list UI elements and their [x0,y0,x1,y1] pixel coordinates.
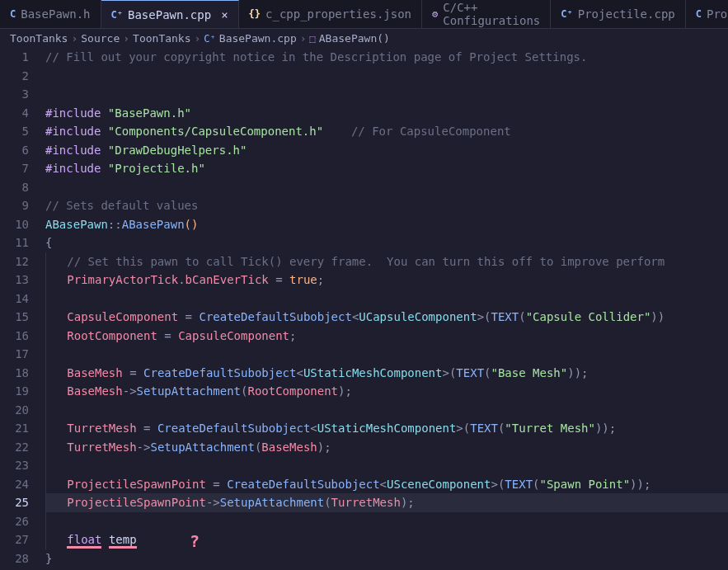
token-var: TurretMesh [67,440,136,454]
chevron-right-icon: › [123,32,129,45]
code-line[interactable]: ProjectileSpawnPoint->SetupAttachment(Tu… [45,493,728,512]
code-line[interactable] [45,67,728,86]
token-punct: >( [491,478,505,491]
tab-label: C/C++ Configurations [443,1,540,27]
token-func: CreateDefaultSubobject [199,310,351,323]
token-var: BaseMesh [67,384,122,398]
code-line[interactable] [45,345,728,364]
token-string: "Components/CapsuleComponent.h" [108,125,323,138]
code-line[interactable]: PrimaryActorTick.bCanEverTick = true; [45,271,728,290]
token-operator: = [206,478,227,491]
token-punct: } [45,552,52,565]
code-content[interactable]: ? // Fill out your copyright notice in t… [45,48,728,568]
code-line[interactable]: CapsuleComponent = CreateDefaultSubobjec… [45,308,728,327]
token-punct: < [380,478,387,491]
code-line[interactable] [45,512,728,531]
code-line[interactable]: TurretMesh->SetupAttachment(BaseMesh); [45,438,728,457]
code-line[interactable] [45,456,728,475]
tab-basepawnh[interactable]: CBasePawn.h [0,0,101,28]
line-number: 26 [0,512,29,531]
tab-projectile[interactable]: CProjectile. [686,0,728,28]
code-line[interactable]: TurretMesh = CreateDefaultSubobject<USta… [45,419,728,438]
token-punct: ); [317,440,331,454]
token-text [101,533,108,546]
token-string: "DrawDebugHelpers.h" [108,144,247,157]
line-number: 17 [0,345,29,364]
tab-projectilecpp[interactable]: C⁺Projectile.cpp [551,0,685,28]
code-line[interactable]: } [45,549,728,568]
indent-guide [45,530,46,549]
token-func: CreateDefaultSubobject [143,366,296,379]
breadcrumb-symbol[interactable]: ABasePawn() [319,32,390,45]
token-punct: ; [289,329,296,342]
tab-ccconfigurations[interactable]: ⚙C/C++ Configurations [422,0,551,28]
token-class-name: UStaticMeshComponent [303,366,443,379]
breadcrumb[interactable]: ToonTanks › Source › ToonTanks › C⁺ Base… [0,29,728,48]
token-string: "Spawn Point" [540,478,631,491]
code-editor[interactable]: 1234567891011121314151617181920212223242… [0,48,728,568]
token-var: BaseMesh [67,366,122,379]
code-line[interactable]: // Set this pawn to call Tick() every fr… [45,252,728,271]
token-operator: = [178,310,199,323]
breadcrumb-folder[interactable]: Source [81,32,120,45]
token-func: CreateDefaultSubobject [227,478,379,491]
code-line[interactable]: // Fill out your copyright notice in the… [45,48,728,67]
token-operator: = [137,422,157,435]
chevron-right-icon: › [300,32,307,45]
token-var: TurretMesh [67,422,136,435]
token-punct: ( [324,496,331,509]
line-number: 8 [0,178,29,197]
token-punct: < [310,422,317,435]
breadcrumb-folder[interactable]: ToonTanks [10,32,68,45]
file-type-icon: ⚙ [432,8,438,20]
line-number: 11 [0,233,29,252]
code-line[interactable]: RootComponent = CapsuleComponent; [45,327,728,346]
close-icon[interactable]: × [221,8,228,21]
code-line[interactable]: ABasePawn::ABasePawn() [45,215,728,234]
code-line[interactable]: float temp [45,530,728,549]
token-comment: // For CapsuleComponent [351,125,511,138]
tab-label: BasePawn.cpp [128,8,211,21]
indent-guide [45,493,46,512]
indent-guide [45,327,46,346]
token-punct: >( [442,366,456,379]
token-class-name: USceneComponent [387,478,491,491]
token-var: TurretMesh [331,496,401,509]
token-punct: )); [630,478,651,491]
token-var: RootComponent [247,384,338,398]
code-line[interactable]: #include "Projectile.h" [45,159,728,178]
token-operator: = [157,329,178,342]
indent-guide [45,308,46,327]
line-number: 10 [0,215,29,234]
file-type-icon: C⁺ [111,9,123,21]
indent-guide [45,382,46,401]
token-punct: )); [595,422,616,435]
breadcrumb-file[interactable]: BasePawn.cpp [219,32,297,45]
code-line[interactable]: ProjectileSpawnPoint = CreateDefaultSubo… [45,475,728,494]
code-line[interactable]: BaseMesh = CreateDefaultSubobject<UStati… [45,364,728,383]
code-line[interactable]: // Sets default values [45,196,728,215]
code-line[interactable] [45,85,728,104]
code-line[interactable] [45,401,728,420]
code-line[interactable] [45,178,728,197]
line-number: 15 [0,308,29,327]
code-line[interactable]: { [45,233,728,252]
tab-basepawncpp[interactable]: C⁺BasePawn.cpp× [101,0,239,28]
tab-label: c_cpp_properties.json [265,7,411,21]
line-number: 9 [0,196,29,215]
token-var: CapsuleComponent [67,310,178,323]
tab-label: Projectile. [707,7,728,21]
code-line[interactable] [45,290,728,309]
tab-ccpppropertiesjson[interactable]: {}c_cpp_properties.json [239,0,422,28]
token-comment: // Fill out your copyright notice in the… [45,50,587,64]
line-number: 25 [0,493,29,512]
breadcrumb-folder[interactable]: ToonTanks [133,32,190,45]
file-type-icon: C [696,8,702,20]
token-punct: >( [456,422,470,435]
line-number: 4 [0,104,29,123]
code-line[interactable]: #include "DrawDebugHelpers.h" [45,141,728,160]
code-line[interactable]: #include "Components/CapsuleComponent.h"… [45,122,728,141]
code-line[interactable]: BaseMesh->SetupAttachment(RootComponent)… [45,382,728,401]
code-line[interactable]: #include "BasePawn.h" [45,104,728,123]
file-type-icon: C⁺ [561,8,572,20]
